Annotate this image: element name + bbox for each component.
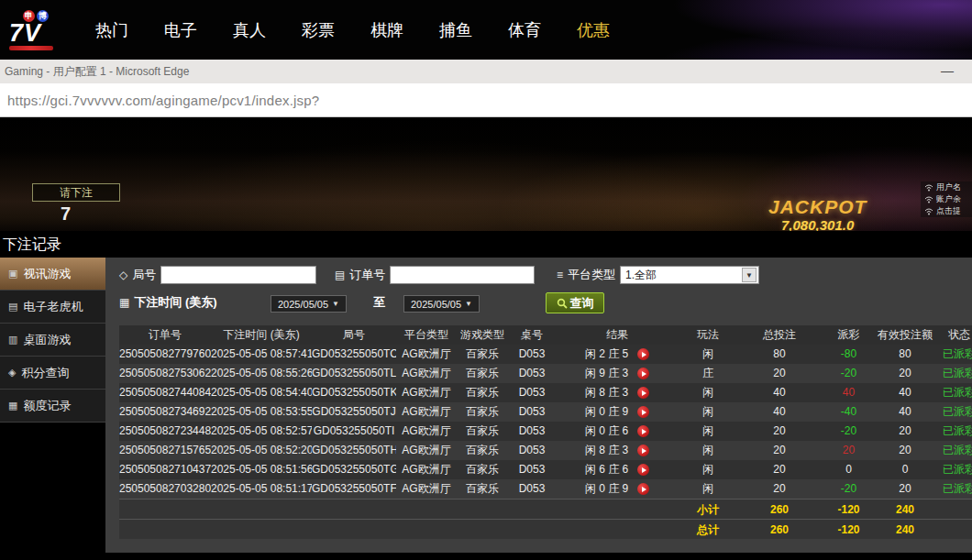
play-icon[interactable] [637,464,649,476]
banner-user-text: 用户名 [936,181,961,193]
cell-play-type: 闲 [679,479,737,499]
platform-label: 平台类型 [568,267,615,283]
nav-menu-item[interactable]: 电子 [164,19,197,41]
cell-bet-time: 2025-05-05 08:55:26 [211,364,312,383]
sidebar-item[interactable]: ◈ 积分查询 [0,357,105,390]
play-icon[interactable] [637,368,649,379]
nav-menu-item[interactable]: 真人 [233,19,266,41]
cell-play-type: 闲 [679,460,737,479]
platform-filter: ≡ 平台类型 1.全部 ▼ [557,266,759,284]
column-header: 游戏类型 [457,325,508,345]
date-to-select[interactable]: 2025/05/05 ▼ [403,295,480,313]
sidebar-item-label: 桌面游戏 [23,332,71,348]
nav-menu-item[interactable]: 优惠 [577,19,610,41]
cell-bet-time: 2025-05-05 08:53:55 [211,402,312,422]
table-row: 250505082734692 2025-05-05 08:53:55 GD05… [119,402,972,422]
content: ▣ 视讯游戏 ▤ 电子老虎机 ▥ 桌面游戏 ◈ 积分查询 ▦ 额度记录 [0,258,972,560]
table-row: 250505082753062 2025-05-05 08:55:26 GD05… [119,364,972,383]
status-badge: 已派彩 [934,460,972,479]
sidebar-item-icon: ◈ [8,367,16,379]
sidebar-item[interactable]: ▣ 视讯游戏 [0,258,105,291]
nav-menu-item[interactable]: 棋牌 [370,19,403,41]
address-bar[interactable]: https://gci.7vvvvvv.com/agingame/pcv1/in… [0,83,972,117]
chevron-down-icon: ▼ [465,300,472,308]
play-icon[interactable] [637,483,649,495]
play-icon[interactable] [637,406,649,418]
sidebar-item[interactable]: ▤ 电子老虎机 [0,291,105,324]
cell-total-bet: 20 [737,441,822,460]
order-number-input[interactable] [390,266,535,284]
jackpot-label: JACKPOT [768,196,867,218]
nav-menu-item[interactable]: 热门 [95,19,128,41]
sidebar-item-icon: ▣ [8,268,17,280]
cell-table-number: D053 [508,479,556,499]
cell-total-bet: 20 [737,479,822,499]
column-header: 状态 [934,325,972,345]
search-button[interactable]: 查询 [546,292,604,313]
cell-game-type: 百家乐 [457,345,508,364]
cell-bet-time: 2025-05-05 08:57:41 [211,345,312,364]
nav-menu-item[interactable]: 彩票 [302,19,335,41]
sidebar-item-icon: ▥ [8,334,17,346]
cell-valid-bet: 20 [876,422,934,441]
sidebar-item[interactable]: ▦ 额度记录 [0,390,105,423]
banner-user-panel: 用户名 账户余 点击提 [921,181,972,217]
round-input[interactable] [160,266,316,284]
site-logo[interactable]: 申 博 7V [9,10,70,50]
minimize-button[interactable]: — [932,60,963,82]
nav-menu-item[interactable]: 体育 [508,19,541,41]
sidebar-item[interactable]: ▥ 桌面游戏 [0,324,105,357]
banner-user-line: 账户余 [924,193,972,205]
jackpot-value: 7,080,301.0 [781,217,854,231]
play-icon[interactable] [637,387,649,399]
column-header: 下注时间 (美东) [211,325,312,345]
table-body: 250505082779760 2025-05-05 08:57:41 GD05… [119,345,972,499]
status-badge: 已派彩 [934,364,972,383]
column-header: 玩法 [679,325,737,345]
subtotal-total-bet: 260 [737,500,822,519]
status-badge: 已派彩 [934,345,972,364]
cell-order-number: 250505082744084 [119,383,211,402]
column-header: 总投注 [737,325,822,345]
platform-select[interactable]: 1.全部 ▼ [620,266,759,284]
cell-round-id: GD053255050TI [312,422,396,441]
cell-order-number: 250505082710437 [119,460,211,479]
nav-menu-item[interactable]: 捕鱼 [439,19,472,41]
logo-text: 7V [9,22,70,45]
cell-platform: AG欧洲厅 [396,460,457,479]
cell-payout: 0 [822,460,876,479]
play-icon[interactable] [637,425,649,437]
play-icon[interactable] [637,348,649,360]
result-text: 闲 0 庄 9 [585,402,628,422]
cell-total-bet: 40 [737,402,822,422]
result-text: 闲 8 庄 3 [585,383,628,402]
date-from-select[interactable]: 2025/05/05 ▼ [271,295,347,313]
result-text: 闲 2 庄 5 [585,345,628,364]
cell-game-type: 百家乐 [457,479,508,499]
sidebar-item-label: 视讯游戏 [23,266,71,282]
wifi-icon [924,196,933,203]
order-label: 订单号 [349,267,385,283]
subtotal-payout: -120 [822,500,876,519]
search-button-label: 查询 [570,295,594,312]
cell-result: 闲 0 庄 9 [556,479,679,499]
cell-valid-bet: 20 [876,479,934,499]
sidebar: ▣ 视讯游戏 ▤ 电子老虎机 ▥ 桌面游戏 ◈ 积分查询 ▦ 额度记录 [0,258,105,560]
cell-payout: -20 [822,364,876,383]
cell-order-number: 250505082734692 [119,402,211,422]
cell-play-type: 闲 [679,383,737,402]
status-badge: 已派彩 [934,383,972,402]
table-row: 250505082710437 2025-05-05 08:51:56 GD05… [119,460,972,479]
cell-total-bet: 40 [737,383,822,402]
grand-total-label: 总计 [679,520,737,539]
status-badge: 已派彩 [934,441,972,460]
url-text: https://gci.7vvvvvv.com/agingame/pcv1/in… [7,93,319,108]
play-icon[interactable] [637,445,649,456]
cell-game-type: 百家乐 [457,383,508,402]
cell-table-number: D053 [508,402,556,422]
cell-table-number: D053 [508,460,556,479]
live-game-banner: 请下注 7 JACKPOT 7,080,301.0 用户名 [0,117,972,231]
wifi-icon [924,208,933,215]
banner-user-line: 用户名 [924,181,972,193]
sidebar-item-icon: ▦ [8,400,17,412]
